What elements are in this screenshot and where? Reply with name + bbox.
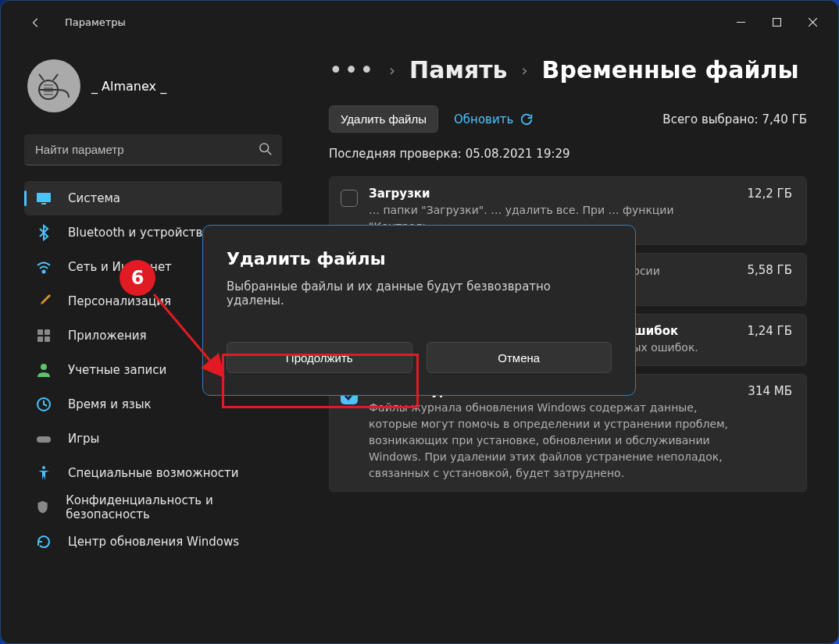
accessibility-icon	[35, 464, 52, 482]
titlebar: Параметры	[1, 1, 838, 44]
cancel-button[interactable]: Отмена	[427, 342, 612, 373]
gamepad-icon	[35, 430, 52, 447]
breadcrumb: ••• › Память › Временные файлы	[329, 56, 807, 84]
svg-point-5	[43, 271, 45, 273]
svg-point-2	[260, 144, 269, 152]
breadcrumb-more[interactable]: •••	[329, 56, 375, 84]
sidebar-item-label: Система	[68, 191, 120, 205]
item-desc: Файлы журнала обновления Windows содержа…	[369, 400, 732, 482]
dialog-title: Удалить файлы	[227, 249, 612, 269]
sidebar-item-label: Специальные возможности	[68, 466, 238, 480]
svg-point-10	[41, 364, 47, 370]
confirm-dialog: Удалить файлы Выбранные файлы и их данны…	[202, 225, 636, 396]
item-size: 12,2 ГБ	[747, 187, 792, 201]
checkbox[interactable]	[341, 190, 358, 207]
sidebar-item-update[interactable]: Центр обновления Windows	[24, 525, 282, 559]
sidebar-item-label: Учетные записи	[68, 363, 166, 377]
chevron-right-icon: ›	[389, 61, 395, 80]
search-input[interactable]	[24, 134, 282, 165]
person-icon	[35, 361, 52, 379]
bluetooth-icon	[35, 224, 52, 241]
item-title: Загрузки	[369, 187, 731, 201]
svg-rect-0	[773, 19, 780, 27]
chevron-right-icon: ›	[522, 61, 528, 80]
search-icon	[259, 142, 273, 156]
svg-rect-9	[45, 336, 50, 342]
sidebar-item-display[interactable]: Система	[24, 181, 282, 215]
delete-files-button[interactable]: Удалить файлы	[329, 105, 438, 133]
svg-rect-4	[41, 203, 46, 205]
dialog-message: Выбранные файлы и их данные будут безвоз…	[227, 279, 612, 308]
sidebar-item-gamepad[interactable]: Игры	[24, 422, 282, 456]
settings-window: Параметры _ Almanex _ СистемаBluetooth и…	[0, 0, 839, 644]
toolbar: Удалить файлы Обновить Всего выбрано: 7,…	[329, 105, 807, 133]
annotation-badge: 6	[120, 260, 155, 296]
apps-icon	[35, 327, 52, 344]
brush-icon	[35, 293, 52, 310]
sidebar-item-label: Игры	[68, 432, 99, 446]
app-title: Параметры	[65, 16, 126, 28]
back-button[interactable]	[24, 11, 48, 34]
minimize-button[interactable]	[723, 11, 759, 34]
maximize-button[interactable]	[759, 11, 794, 34]
sidebar-item-accessibility[interactable]: Специальные возможности	[24, 456, 282, 490]
refresh-label: Обновить	[454, 112, 513, 126]
refresh-icon	[519, 112, 534, 126]
page-title: Временные файлы	[542, 56, 799, 84]
svg-rect-6	[37, 329, 43, 335]
shield-icon	[35, 499, 50, 516]
sidebar-item-label: Персонализация	[68, 294, 171, 308]
profile[interactable]: _ Almanex _	[27, 59, 282, 112]
svg-rect-7	[45, 329, 50, 335]
display-icon	[35, 190, 52, 207]
window-controls	[723, 11, 830, 34]
svg-point-13	[42, 466, 45, 469]
clock-icon	[35, 396, 52, 413]
avatar	[27, 59, 80, 112]
item-size: 314 МБ	[748, 384, 792, 398]
item-size: 5,58 ГБ	[747, 263, 792, 277]
profile-name: _ Almanex _	[91, 79, 166, 94]
update-icon	[35, 533, 52, 550]
svg-rect-12	[37, 436, 51, 443]
sidebar-item-label: Bluetooth и устройства	[68, 226, 209, 240]
close-button[interactable]	[794, 11, 830, 34]
sidebar-item-label: Приложения	[68, 329, 147, 343]
sidebar-item-label: Центр обновления Windows	[68, 535, 239, 549]
breadcrumb-parent[interactable]: Память	[409, 56, 508, 84]
last-check: Последняя проверка: 05.08.2021 19:29	[329, 147, 807, 161]
sidebar-item-label: Время и язык	[68, 397, 152, 411]
svg-rect-3	[37, 193, 51, 202]
sidebar-item-label: Конфиденциальность и безопасность	[66, 493, 271, 521]
svg-rect-8	[37, 336, 43, 342]
item-size: 1,24 ГБ	[747, 324, 792, 338]
wifi-icon	[35, 258, 52, 276]
refresh-button[interactable]: Обновить	[454, 112, 534, 126]
sidebar-item-shield[interactable]: Конфиденциальность и безопасность	[24, 490, 282, 525]
continue-button[interactable]: Продолжить	[227, 342, 412, 373]
total-selected: Всего выбрано: 7,40 ГБ	[662, 112, 807, 126]
search	[24, 134, 282, 165]
